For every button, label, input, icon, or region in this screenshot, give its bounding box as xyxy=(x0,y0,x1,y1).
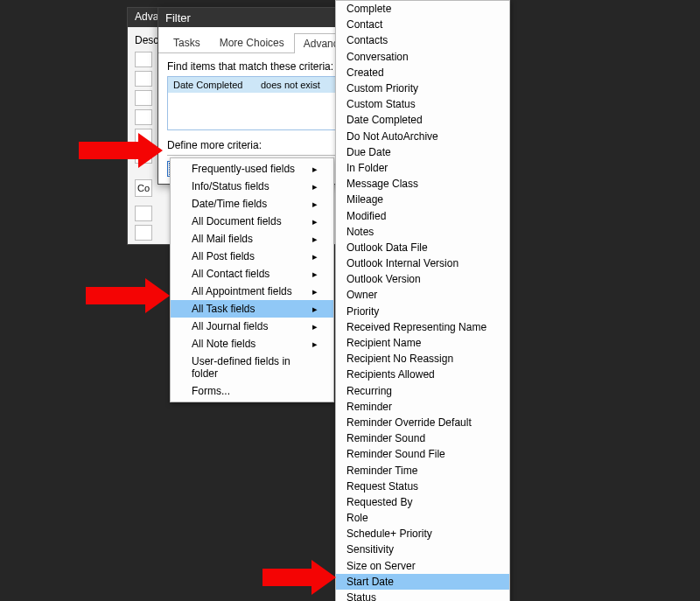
menu-item[interactable]: Mileage xyxy=(336,192,509,207)
bg-cell xyxy=(135,90,152,106)
chevron-right-icon: ▸ xyxy=(312,164,318,175)
field-list-menu[interactable]: CompleteContactContactsConversationCreat… xyxy=(335,0,510,601)
menu-item[interactable]: All Journal fields▸ xyxy=(171,318,333,335)
menu-item-label: Recurring xyxy=(346,385,392,397)
menu-item[interactable]: Created xyxy=(336,65,509,80)
menu-item-label: Date/Time fields xyxy=(192,198,267,210)
menu-item[interactable]: All Appointment fields▸ xyxy=(171,283,333,300)
menu-item[interactable]: Received Representing Name xyxy=(336,319,509,335)
menu-item-label: Custom Priority xyxy=(346,82,418,94)
menu-item[interactable]: Message Class xyxy=(336,176,509,192)
menu-item-label: Do Not AutoArchive xyxy=(346,130,438,143)
menu-item-label: Priority xyxy=(346,305,379,318)
menu-item[interactable]: All Note fields▸ xyxy=(171,335,333,353)
menu-item[interactable]: Recurring xyxy=(336,383,509,399)
bg-cell xyxy=(135,109,152,125)
menu-item-label: Reminder Override Default xyxy=(346,416,472,429)
menu-item[interactable]: Reminder Override Default xyxy=(336,415,509,430)
menu-item-label: Contact xyxy=(346,18,382,31)
menu-item[interactable]: Modified xyxy=(336,207,509,223)
menu-item[interactable]: Reminder Time xyxy=(336,462,509,478)
chevron-right-icon: ▸ xyxy=(312,251,318,262)
menu-item[interactable]: Custom Status xyxy=(336,96,509,112)
menu-item[interactable]: Recipient Name xyxy=(336,335,509,351)
menu-item[interactable]: Start Date xyxy=(336,574,509,590)
menu-item[interactable]: Recipients Allowed xyxy=(336,367,509,382)
menu-item[interactable]: Role xyxy=(336,510,509,526)
menu-item-label: Complete xyxy=(346,3,391,15)
menu-item[interactable]: Frequently-used fields▸ xyxy=(171,160,333,178)
menu-item[interactable]: Notes xyxy=(336,224,509,240)
menu-item-label: Reminder Sound File xyxy=(346,448,445,460)
menu-item[interactable]: Request Status xyxy=(336,479,509,494)
menu-item[interactable]: Size on Server xyxy=(336,558,509,574)
arrow-right-icon xyxy=(312,560,336,595)
menu-item[interactable]: In Folder xyxy=(336,160,509,176)
menu-item-label: Contacts xyxy=(346,34,388,46)
menu-item-label: Reminder Sound xyxy=(346,432,425,444)
menu-item-label: All Contact fields xyxy=(192,268,270,280)
menu-item-label: Forms... xyxy=(192,385,230,397)
menu-item[interactable]: Due Date xyxy=(336,144,509,160)
menu-item[interactable]: Sensitivity xyxy=(336,542,509,557)
menu-item[interactable]: Outlook Data File xyxy=(336,240,509,255)
menu-item[interactable]: Reminder Sound xyxy=(336,430,509,446)
field-category-menu[interactable]: Frequently-used fields▸Info/Status field… xyxy=(170,157,334,402)
menu-item-label: Recipient No Reassign xyxy=(346,353,453,365)
menu-item-label: Request Status xyxy=(346,480,418,493)
arrow-right-icon xyxy=(145,278,170,313)
menu-item[interactable]: Date/Time fields▸ xyxy=(171,195,333,213)
menu-item[interactable]: Recipient No Reassign xyxy=(336,351,509,367)
menu-item-label: All Document fields xyxy=(192,215,282,227)
menu-item-label: Outlook Version xyxy=(346,273,421,285)
menu-item[interactable]: Schedule+ Priority xyxy=(336,526,509,542)
menu-item-label: Notes xyxy=(346,226,374,238)
menu-item-label: Outlook Internal Version xyxy=(346,257,458,269)
menu-item-label: Info/Status fields xyxy=(192,180,270,192)
menu-item-label: Modified xyxy=(346,210,386,222)
menu-item[interactable]: Custom Priority xyxy=(336,80,509,96)
menu-item[interactable]: Outlook Internal Version xyxy=(336,255,509,271)
chevron-right-icon: ▸ xyxy=(312,304,318,315)
bg-cell xyxy=(135,206,152,221)
menu-item[interactable]: User-defined fields in folder xyxy=(171,353,333,382)
menu-item[interactable]: Reminder xyxy=(336,399,509,415)
menu-item[interactable]: Outlook Version xyxy=(336,271,509,287)
chevron-right-icon: ▸ xyxy=(312,181,318,192)
menu-item-label: Outlook Data File xyxy=(346,241,428,254)
menu-item[interactable]: All Mail fields▸ xyxy=(171,230,333,248)
menu-item-label: Reminder Time xyxy=(346,465,417,477)
menu-item[interactable]: Conversation xyxy=(336,49,509,65)
tab-more-choices[interactable]: More Choices xyxy=(210,32,294,52)
menu-item[interactable]: Contact xyxy=(336,17,509,32)
menu-item[interactable]: All Contact fields▸ xyxy=(171,265,333,283)
menu-item[interactable]: Do Not AutoArchive xyxy=(336,129,509,144)
tab-tasks[interactable]: Tasks xyxy=(164,32,210,52)
menu-item[interactable]: Requested By xyxy=(336,494,509,510)
chevron-right-icon: ▸ xyxy=(312,216,318,227)
chevron-right-icon: ▸ xyxy=(312,234,318,245)
menu-item-label: All Note fields xyxy=(192,338,256,350)
arrow-right-icon xyxy=(138,133,163,168)
menu-item[interactable]: All Task fields▸ xyxy=(171,300,333,318)
menu-item-label: Custom Status xyxy=(346,98,416,110)
menu-item[interactable]: All Document fields▸ xyxy=(171,213,333,230)
menu-item-label: Owner xyxy=(346,289,377,301)
menu-item[interactable]: Contacts xyxy=(336,32,509,48)
menu-item[interactable]: Forms... xyxy=(171,382,333,400)
menu-item[interactable]: Priority xyxy=(336,304,509,319)
menu-item[interactable]: Date Completed xyxy=(336,112,509,128)
menu-item-label: Conversation xyxy=(346,51,409,63)
menu-item[interactable]: Status xyxy=(336,590,509,601)
bg-cell xyxy=(135,225,152,241)
menu-item-label: Mileage xyxy=(346,193,383,206)
menu-item[interactable]: Reminder Sound File xyxy=(336,446,509,462)
menu-item[interactable]: Owner xyxy=(336,287,509,303)
chevron-right-icon: ▸ xyxy=(312,339,318,350)
arrow-annotation xyxy=(262,560,336,595)
menu-item[interactable]: Complete xyxy=(336,1,509,17)
bg-cell xyxy=(135,71,152,87)
menu-item[interactable]: Info/Status fields▸ xyxy=(171,178,333,195)
menu-item[interactable]: All Post fields▸ xyxy=(171,248,333,265)
menu-item-label: All Journal fields xyxy=(192,320,268,332)
